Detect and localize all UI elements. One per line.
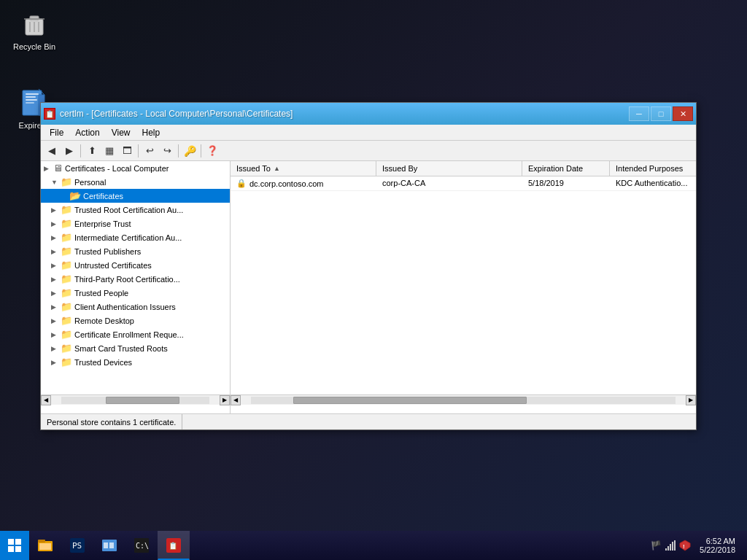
personal-expand-arrow: ▼ xyxy=(51,179,58,186)
up-button[interactable]: ⬆ xyxy=(84,143,100,159)
taskbar-app-file-explorer[interactable] xyxy=(29,531,61,560)
list-scroll-right[interactable]: ▶ xyxy=(686,395,696,405)
svg-text:📋: 📋 xyxy=(169,541,178,551)
menu-file[interactable]: File xyxy=(44,126,69,139)
tree-client-auth-label: Client Authentication Issuers xyxy=(74,303,176,311)
tree-item-remote-desktop[interactable]: ▶ 📁 Remote Desktop xyxy=(41,314,230,327)
list-scrollbar-h[interactable]: ◀ ▶ xyxy=(231,394,696,405)
taskbar-app-powershell[interactable]: PS xyxy=(61,531,93,560)
menu-view[interactable]: View xyxy=(106,126,136,139)
taskbar-app-file-mgr[interactable] xyxy=(93,531,125,560)
svg-rect-8 xyxy=(26,93,39,95)
tree-certificates-label: Certificates xyxy=(83,192,123,201)
tree-item-trusted-devices[interactable]: ▶ 📁 Trusted Devices xyxy=(41,355,230,369)
recycle-bin-label: Recycle Bin xyxy=(13,42,55,51)
tree-item-trusted-people[interactable]: ▶ 📁 Trusted People xyxy=(41,286,230,300)
cell-issued-by-value: corp-CA-CA xyxy=(382,179,425,187)
trusted-people-arrow: ▶ xyxy=(51,289,58,297)
list-header: Issued To ▲ Issued By Expiration Date In… xyxy=(231,161,696,176)
clock-date: 5/22/2018 xyxy=(700,545,735,554)
cell-intended: KDC Authenticatio... xyxy=(610,176,696,190)
back-button[interactable]: ◀ xyxy=(44,143,60,159)
list-scroll-track xyxy=(251,397,676,404)
tray-flag-icon[interactable]: 🏴 xyxy=(650,540,662,551)
sort-arrow-issued-to: ▲ xyxy=(274,165,280,172)
cert-row-icon: 🔒 xyxy=(236,179,247,188)
list-pane: Issued To ▲ Issued By Expiration Date In… xyxy=(231,161,696,394)
recycle-bin-icon xyxy=(20,10,49,39)
svg-rect-15 xyxy=(8,546,14,552)
list-scroll-left[interactable]: ◀ xyxy=(231,395,241,405)
maximize-button[interactable]: □ xyxy=(651,106,671,121)
tree-root[interactable]: ▶ 🖥 Certificates - Local Computer xyxy=(41,161,230,175)
cell-issued-by: corp-CA-CA xyxy=(376,176,522,190)
taskbar-app-certlm[interactable]: 📋 xyxy=(158,531,190,560)
col-expiration-label: Expiration Date xyxy=(528,164,583,173)
menu-help[interactable]: Help xyxy=(136,126,166,139)
title-bar: 📋 certlm - [Certificates - Local Compute… xyxy=(41,103,696,125)
show-hide-button[interactable]: ▦ xyxy=(101,143,117,159)
forward-button[interactable]: ▶ xyxy=(61,143,77,159)
computer-icon: 🖥 xyxy=(53,163,63,174)
back-button-2[interactable]: ↩ xyxy=(142,143,158,159)
untrusted-icon: 📁 xyxy=(61,260,72,271)
trusted-root-arrow: ▶ xyxy=(51,206,58,214)
app-icon: 📋 xyxy=(44,108,55,120)
tree-item-client-auth[interactable]: ▶ 📁 Client Authentication Issuers xyxy=(41,300,230,314)
help-button[interactable]: ❓ xyxy=(204,143,220,159)
taskbar-powershell-icon: PS xyxy=(69,537,86,554)
tree-remote-desktop-label: Remote Desktop xyxy=(74,316,134,325)
toolbar-sep-4 xyxy=(201,144,201,158)
system-clock[interactable]: 6:52 AM 5/22/2018 xyxy=(694,537,741,554)
tree-personal-label: Personal xyxy=(74,178,106,187)
taskbar-certlm-icon: 📋 xyxy=(165,537,182,554)
system-tray: 🏴 ! 6:52 AM 5/22/2018 xyxy=(644,531,747,560)
svg-text:C:\: C:\ xyxy=(136,542,149,550)
tree-item-intermediate[interactable]: ▶ 📁 Intermediate Certification Au... xyxy=(41,230,230,244)
col-header-issued-by[interactable]: Issued By xyxy=(376,161,522,176)
svg-rect-9 xyxy=(26,96,36,98)
toolbar: ◀ ▶ ⬆ ▦ 🗖 ↩ ↪ 🔑 ❓ xyxy=(41,141,696,161)
tray-network-icon[interactable] xyxy=(665,540,676,551)
mmc-window: 📋 certlm - [Certificates - Local Compute… xyxy=(40,102,697,430)
col-header-expiration[interactable]: Expiration Date xyxy=(522,161,610,176)
title-bar-buttons: ─ □ ✕ xyxy=(629,106,693,121)
tree-untrusted-label: Untrusted Certificates xyxy=(74,261,152,270)
tree-enterprise-label: Enterprise Trust xyxy=(74,219,131,228)
intermediate-icon: 📁 xyxy=(61,232,72,243)
tree-pane: ▶ 🖥 Certificates - Local Computer ▼ 📁 Pe… xyxy=(41,161,231,394)
tree-item-untrusted[interactable]: ▶ 📁 Untrusted Certificates xyxy=(41,258,230,272)
tree-scroll-thumb[interactable] xyxy=(106,397,180,404)
tree-item-enterprise[interactable]: ▶ 📁 Enterprise Trust xyxy=(41,217,230,230)
export-button[interactable]: ↪ xyxy=(159,143,175,159)
col-header-intended[interactable]: Intended Purposes xyxy=(610,161,696,176)
close-button[interactable]: ✕ xyxy=(673,106,693,121)
minimize-button[interactable]: ─ xyxy=(629,106,649,121)
window-title: certlm - [Certificates - Local Computer\… xyxy=(60,109,293,119)
cert-button[interactable]: 🔑 xyxy=(182,143,198,159)
tree-item-personal[interactable]: ▼ 📁 Personal xyxy=(41,175,230,189)
menu-action[interactable]: Action xyxy=(69,126,105,139)
tree-item-trusted-root[interactable]: ▶ 📁 Trusted Root Certification Au... xyxy=(41,203,230,217)
tree-scroll-right[interactable]: ▶ xyxy=(220,395,230,405)
tree-scroll-left[interactable]: ◀ xyxy=(41,395,51,405)
table-row[interactable]: 🔒 dc.corp.contoso.com corp-CA-CA 5/18/20… xyxy=(231,176,696,191)
svg-rect-31 xyxy=(670,544,671,551)
toolbar-sep-1 xyxy=(80,144,81,158)
tree-scrollbar-h[interactable]: ◀ ▶ xyxy=(41,394,230,405)
tree-item-certificates[interactable]: 📂 Certificates xyxy=(41,189,230,203)
taskbar-app-cmd[interactable]: C:\ xyxy=(125,531,158,560)
desktop-icon-recycle-bin[interactable]: Recycle Bin xyxy=(5,7,63,54)
tree-item-smart-card[interactable]: ▶ 📁 Smart Card Trusted Roots xyxy=(41,341,230,355)
tree-item-cert-enrollment[interactable]: ▶ 📁 Certificate Enrollment Reque... xyxy=(41,327,230,341)
tree-smart-card-label: Smart Card Trusted Roots xyxy=(74,344,168,353)
tree-item-trusted-publishers[interactable]: ▶ 📁 Trusted Publishers xyxy=(41,244,230,258)
col-header-issued-to[interactable]: Issued To ▲ xyxy=(231,161,376,176)
tray-security-icon[interactable]: ! xyxy=(679,540,691,551)
list-scroll-thumb[interactable] xyxy=(293,397,527,404)
start-button[interactable] xyxy=(0,531,29,560)
new-window-button[interactable]: 🗖 xyxy=(119,143,135,159)
trusted-people-icon: 📁 xyxy=(61,287,72,298)
svg-text:PS: PS xyxy=(72,541,82,551)
tree-item-third-party[interactable]: ▶ 📁 Third-Party Root Certificatio... xyxy=(41,272,230,286)
